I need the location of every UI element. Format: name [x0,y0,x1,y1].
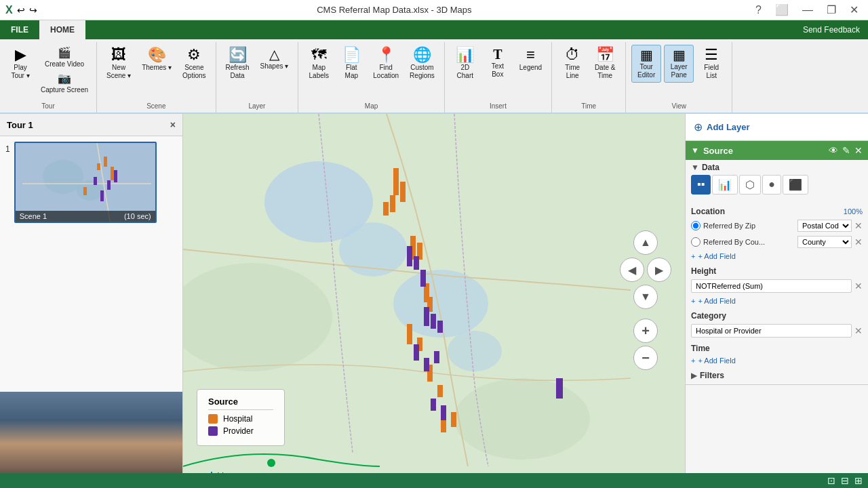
add-time-plus: + [691,357,695,365]
menu-home[interactable]: HOME [39,20,85,39]
svg-rect-27 [407,324,412,344]
nav-right-btn[interactable]: ▶ [647,258,671,282]
ribbon-group-tour-items: ▶ PlayTour ▾ 🎬 Create Video 📷 Capture Sc… [5,45,91,101]
view-normal-btn[interactable]: ⊡ [827,475,835,486]
2d-chart-btn[interactable]: 📊 2DChart [450,45,480,83]
category-clear-btn[interactable]: ✕ [854,325,863,336]
close-btn[interactable]: ✕ [846,2,863,18]
county-clear-btn[interactable]: ✕ [854,237,863,247]
new-scene-btn[interactable]: 🖼 NewScene ▾ [102,45,135,83]
status-bar: ⊡ ⊟ ⊞ [0,473,868,488]
bubble-chart-tab[interactable]: ⬡ [739,175,761,195]
county-label: Referred By Cou... [703,238,795,246]
bar-chart-tab[interactable]: ▪▪ [691,175,711,195]
minimize-btn[interactable]: — [798,3,817,18]
height-clear-btn[interactable]: ✕ [854,281,863,291]
scene-thumbnail[interactable]: Scene 1 (10 sec) [14,142,157,223]
county-radio[interactable] [691,237,701,247]
zoom-in-btn[interactable]: + [633,319,658,343]
svg-rect-40 [424,358,429,371]
maximize-btn[interactable]: ❐ [823,2,840,18]
data-collapse-arrow[interactable]: ▼ [691,163,699,172]
flat-map-btn[interactable]: 📄 FlatMap [336,45,366,83]
map-area[interactable]: Source Hospital Provider ▲ ◀ ▶ ▼ [183,114,685,487]
menu-file[interactable]: FILE [0,20,39,39]
field-row-zip: Referred By Zip Postal Code Zip Code ✕ [686,218,868,234]
tour-editor-btn[interactable]: ▦ TourEditor [631,45,661,83]
refresh-data-btn[interactable]: 🔄 RefreshData [222,45,254,83]
county-type-select[interactable]: County [797,236,852,248]
chart-icon: 📊 [456,47,474,62]
tour-close-btn[interactable]: × [170,119,176,130]
webcam-area: IED [0,392,182,487]
redo-btn[interactable]: ↪ [29,5,37,16]
region-chart-tab[interactable]: ⬛ [783,175,808,195]
shapes-btn[interactable]: △ Shapes ▾ [256,45,293,73]
view-page-break-btn[interactable]: ⊞ [854,475,863,486]
play-tour-btn[interactable]: ▶ PlayTour ▾ [5,45,35,83]
layer-pane-btn[interactable]: ▦ LayerPane [664,45,694,83]
add-height-field-btn[interactable]: + + Add Field [686,295,868,307]
scene-thumb-inner [16,143,155,222]
add-layer-btn[interactable]: ⊕ Add Layer [686,114,868,141]
zip-clear-btn[interactable]: ✕ [854,220,863,231]
category-field-input[interactable] [691,324,852,338]
map-background: Source Hospital Provider ▲ ◀ ▶ ▼ [183,114,685,487]
undo-btn[interactable]: ↩ [17,5,25,16]
svg-rect-44 [556,378,563,399]
svg-rect-20 [390,195,395,212]
filters-arrow: ▶ [691,371,697,380]
time-section-title: Time [686,340,868,354]
add-location-field-btn[interactable]: + + Add Field [686,250,868,262]
view-page-btn[interactable]: ⊟ [841,475,849,486]
text-box-btn[interactable]: T TextBox [483,45,513,81]
custom-regions-btn[interactable]: 🌐 CustomRegions [406,45,439,83]
nav-zoom: + − [633,319,658,370]
scene-options-btn[interactable]: ⚙ SceneOptions [178,45,210,83]
height-field-input[interactable] [691,279,852,293]
scene-options-icon: ⚙ [187,47,201,62]
svg-rect-33 [407,246,412,266]
collapse-arrow[interactable]: ▼ [691,146,699,155]
legend-item-hospital: Hospital [208,414,273,424]
map-labels-btn[interactable]: 🗺 MapLabels [304,45,334,83]
capture-screen-btn[interactable]: 📷 Capture Screen [38,70,91,95]
svg-rect-11 [94,177,97,185]
location-section-title: Location 100% [686,203,868,218]
nav-left-btn[interactable]: ◀ [620,258,644,282]
ribbon-group-insert-items: 📊 2DChart T TextBox ≡ Legend [450,45,546,101]
window-title: CMS Referral Map Data.xlsx - 3D Maps [317,5,471,15]
visibility-icon[interactable]: 👁 [829,145,838,156]
scene-name: Scene 1 [20,212,47,220]
svg-rect-35 [420,270,426,287]
filters-row[interactable]: ▶ Filters [686,367,868,384]
send-feedback-btn[interactable]: Send Feedback [803,25,868,35]
date-time-btn[interactable]: 📅 Date &Time [590,45,620,83]
nav-up-btn[interactable]: ▲ [633,230,658,255]
close-layer-icon[interactable]: ✕ [854,145,863,156]
edit-icon[interactable]: ✎ [842,145,850,156]
restore-btn[interactable]: ⬜ [771,2,793,18]
column-chart-tab[interactable]: 📊 [712,175,738,195]
title-bar-left: X ↩ ↪ [5,4,37,16]
find-location-btn[interactable]: 📍 FindLocation [369,45,403,83]
location-pct: 100% [844,207,863,216]
zip-radio[interactable] [691,221,701,230]
zip-type-select[interactable]: Postal Code Zip Code [797,220,852,232]
title-bar-controls: ? ⬜ — ❐ ✕ [751,2,863,18]
zoom-out-btn[interactable]: − [633,346,658,370]
flat-map-icon: 📄 [342,47,361,62]
add-time-field-btn[interactable]: + + Add Field [686,354,868,367]
text-box-icon: T [493,47,502,61]
heatmap-tab[interactable]: ● [762,175,781,195]
themes-btn[interactable]: 🎨 Themes ▾ [138,45,176,75]
create-video-btn[interactable]: 🎬 Create Video [38,45,91,69]
help-btn[interactable]: ? [751,3,766,18]
webcam-feed [0,392,182,487]
svg-rect-5 [97,163,100,170]
time-line-btn[interactable]: ⏱ TimeLine [557,45,587,83]
field-list-btn[interactable]: ☰ FieldList [696,45,726,83]
nav-down-btn[interactable]: ▼ [633,285,658,309]
legend-btn[interactable]: ≡ Legend [515,45,546,75]
main-area: Tour 1 × 1 [0,114,868,487]
